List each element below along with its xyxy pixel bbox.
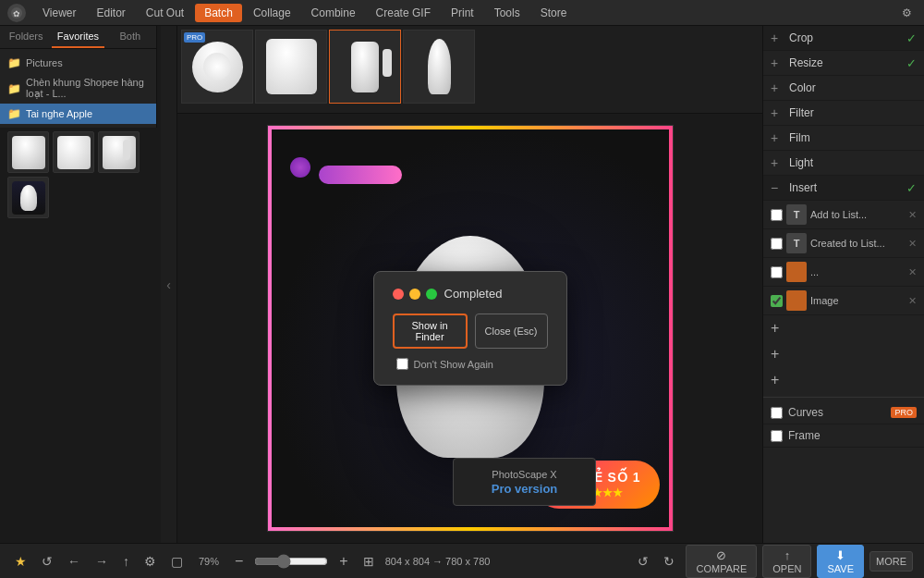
- star-icon[interactable]: ★: [11, 552, 30, 571]
- tree-item-apple[interactable]: 📁 Tai nghe Apple: [0, 104, 156, 124]
- layer-4-name: Image: [810, 295, 905, 306]
- panel-crop-row[interactable]: + Crop ✓: [763, 26, 924, 51]
- layer-1-checkbox[interactable]: [771, 209, 783, 221]
- show-in-finder-button[interactable]: Show in Finder: [393, 314, 468, 349]
- tab-folders[interactable]: Folders: [0, 26, 52, 48]
- layer-2-delete[interactable]: ✕: [908, 238, 917, 250]
- deco-circle: [290, 157, 310, 178]
- dont-show-again-label: Don't Show Again: [414, 359, 494, 370]
- strip-thumb-3[interactable]: [329, 30, 401, 104]
- rotate-right-icon[interactable]: ↻: [660, 552, 678, 571]
- open-icon: ↑: [784, 548, 791, 562]
- more-button[interactable]: MORE: [869, 551, 913, 572]
- panel-frame-row[interactable]: Frame: [763, 424, 924, 448]
- strip-thumb-2[interactable]: [255, 30, 327, 104]
- layer-3-checkbox[interactable]: [771, 266, 783, 278]
- layer-4-delete[interactable]: ✕: [908, 295, 917, 307]
- tab-favorites[interactable]: Favorites: [52, 26, 103, 48]
- refresh-icon[interactable]: ↺: [38, 552, 56, 571]
- panel-insert-row[interactable]: − Insert ✓: [763, 176, 924, 201]
- canvas-area: lucidgen.com GIÁ RẺ SỐ 1 ★★★★★: [177, 114, 762, 543]
- close-esc-button[interactable]: Close (Esc): [475, 314, 548, 349]
- layer-1-delete[interactable]: ✕: [908, 209, 917, 221]
- small-thumb-2[interactable]: [53, 131, 94, 173]
- panel-light-row[interactable]: + Light: [763, 151, 924, 176]
- layer-row-1: T Add to List... ✕: [763, 201, 924, 229]
- small-thumb-1[interactable]: [7, 131, 49, 173]
- panel-add-row-3[interactable]: +: [763, 367, 924, 393]
- curves-checkbox[interactable]: [771, 407, 783, 419]
- zoom-slider[interactable]: [254, 554, 328, 569]
- traffic-light-red[interactable]: [393, 289, 404, 300]
- promo-banner[interactable]: PhotoScape X Pro version: [453, 458, 596, 506]
- save-icon: ⬇: [835, 548, 845, 562]
- layer-3-name: ...: [810, 266, 905, 277]
- resize-check-icon: ✓: [906, 56, 917, 70]
- panel-add-row-1[interactable]: +: [763, 315, 924, 341]
- tree-item-pictures[interactable]: 📁 Pictures: [0, 53, 156, 73]
- nav-viewer[interactable]: Viewer: [33, 4, 85, 22]
- forward-icon[interactable]: →: [91, 552, 112, 571]
- panel-filter-row[interactable]: + Filter: [763, 101, 924, 126]
- nav-tools[interactable]: Tools: [485, 4, 529, 22]
- panel-add-row-2[interactable]: +: [763, 341, 924, 367]
- settings-icon[interactable]: ⚙: [896, 3, 917, 23]
- strip-thumb-1[interactable]: PRO: [181, 30, 253, 104]
- layer-2-checkbox[interactable]: [771, 238, 783, 250]
- layer-1-name: Add to List...: [810, 209, 905, 220]
- nav-cutout[interactable]: Cut Out: [137, 4, 193, 22]
- panel-resize-label: Resize: [789, 56, 906, 69]
- upload-icon[interactable]: ↑: [119, 552, 133, 571]
- nav-creategif[interactable]: Create GIF: [367, 4, 440, 22]
- rotate-left-icon[interactable]: ↺: [634, 552, 652, 571]
- panel-film-row[interactable]: + Film: [763, 126, 924, 151]
- dont-show-again-checkbox[interactable]: [396, 358, 408, 370]
- page-icon[interactable]: ⊞: [359, 552, 378, 571]
- panel-curves-row[interactable]: Curves PRO: [763, 401, 924, 424]
- nav-store[interactable]: Store: [531, 4, 577, 22]
- nav-editor[interactable]: Editor: [87, 4, 134, 22]
- bottom-right-tools: ⊘ COMPARE ↑ OPEN ⬇ SAVE MORE: [686, 545, 913, 578]
- plus-icon: +: [771, 130, 784, 145]
- tab-both[interactable]: Both: [104, 26, 156, 48]
- save-button[interactable]: ⬇ SAVE: [817, 545, 864, 578]
- open-label: OPEN: [772, 563, 801, 574]
- nav-print[interactable]: Print: [442, 4, 483, 22]
- modal-title-row: Completed: [393, 287, 548, 301]
- frame-toggle-icon[interactable]: ▢: [167, 552, 187, 571]
- deco-pill: [319, 166, 402, 184]
- top-nav: ✿ Viewer Editor Cut Out Batch Collage Co…: [0, 0, 924, 26]
- open-button[interactable]: ↑ OPEN: [762, 545, 811, 578]
- promo-line2: Pro version: [492, 482, 558, 496]
- add-icon-3: +: [771, 372, 784, 388]
- nav-collage[interactable]: Collage: [244, 4, 300, 22]
- nav-batch[interactable]: Batch: [195, 4, 242, 22]
- center-area: PRO: [177, 26, 762, 543]
- panel-crop-label: Crop: [789, 31, 906, 44]
- panel-resize-row[interactable]: + Resize ✓: [763, 51, 924, 76]
- completed-modal: Completed Show in Finder Close (Esc) Don…: [373, 271, 567, 386]
- left-nav-arrow[interactable]: ‹: [161, 26, 177, 543]
- small-thumb-4[interactable]: [7, 177, 49, 218]
- frame-checkbox[interactable]: [771, 430, 783, 442]
- back-icon[interactable]: ←: [64, 552, 84, 571]
- folder-icon: 📁: [7, 107, 20, 120]
- nav-combine[interactable]: Combine: [302, 4, 365, 22]
- zoom-in-icon[interactable]: +: [335, 551, 351, 572]
- small-thumb-3[interactable]: [98, 131, 140, 173]
- panel-color-row[interactable]: + Color: [763, 76, 924, 101]
- settings-gear-icon[interactable]: ⚙: [140, 552, 160, 571]
- layer-3-delete[interactable]: ✕: [908, 266, 917, 278]
- compare-button[interactable]: ⊘ COMPARE: [686, 545, 757, 578]
- promo-line1: PhotoScape X: [492, 469, 556, 480]
- tree-item-shopee[interactable]: 📁 Chèn khung Shopee hàng loạt - L...: [0, 73, 156, 104]
- traffic-light-green[interactable]: [426, 289, 437, 300]
- image-strip: PRO: [177, 26, 762, 114]
- strip-thumb-4[interactable]: [403, 30, 475, 104]
- zoom-out-icon[interactable]: −: [231, 551, 247, 572]
- layer-4-checkbox[interactable]: [771, 295, 783, 307]
- zoom-level: 79%: [194, 556, 224, 567]
- app-logo: ✿: [7, 4, 26, 22]
- minus-icon: −: [771, 180, 784, 195]
- traffic-light-yellow[interactable]: [409, 289, 420, 300]
